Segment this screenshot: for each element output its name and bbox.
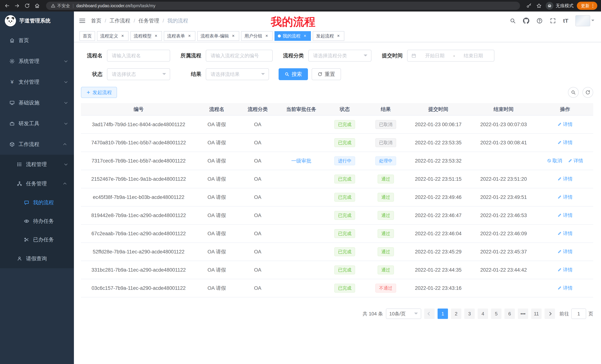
close-icon[interactable]: × xyxy=(120,33,125,38)
sidebar-item-devtools[interactable]: 研发工具 xyxy=(0,113,74,134)
circle-slash-icon xyxy=(547,158,551,163)
detail-action-link[interactable]: 详情 xyxy=(557,285,573,291)
close-icon[interactable]: × xyxy=(231,33,236,38)
cell-end-time xyxy=(470,279,537,297)
chat-bubble-icon xyxy=(24,200,29,205)
detail-action-link[interactable]: 详情 xyxy=(557,267,573,273)
process-name-input[interactable] xyxy=(107,50,170,62)
sidebar-item-todo-tasks[interactable]: 待办任务 xyxy=(0,212,74,230)
search-icon[interactable] xyxy=(510,18,516,24)
sidebar-item-infrastructure[interactable]: 基础设施 xyxy=(0,92,74,113)
address-bar[interactable]: 不安全 | dashboard.yudao.iocoder.cn/bpm/tas… xyxy=(46,2,520,10)
reset-button[interactable]: 重置 xyxy=(312,68,341,80)
view-tab[interactable]: 发起流程 × xyxy=(313,31,344,41)
password-key-icon[interactable] xyxy=(526,2,532,9)
prev-page-button[interactable] xyxy=(424,308,435,319)
goto-page-input[interactable] xyxy=(571,308,586,319)
search-button[interactable]: 搜索 xyxy=(279,68,308,80)
column-header: 提交时间 xyxy=(406,103,470,115)
status-badge: 已完成 xyxy=(334,211,355,220)
sidebar-item-home[interactable]: 首页 xyxy=(0,30,74,51)
show-search-toggle-button[interactable] xyxy=(568,87,579,98)
page-button[interactable]: 5 xyxy=(491,308,501,319)
page-button[interactable]: 1 xyxy=(438,308,448,319)
result-select[interactable]: 请选择流结果 xyxy=(206,68,269,80)
sidebar-item-process-management[interactable]: 流程管理 xyxy=(0,155,74,174)
cell-id: ec45f38f-7b9a-11ec-b03b-acde48001122 xyxy=(81,188,196,206)
cell-category: OA xyxy=(237,224,278,243)
cell-current-task xyxy=(278,243,324,261)
current-task-link[interactable]: 一级审批 xyxy=(291,158,311,164)
breadcrumb-item[interactable]: 任务管理 xyxy=(139,17,168,24)
create-process-button[interactable]: 发起流程 xyxy=(81,87,117,98)
not-secure-warning[interactable]: 不安全 xyxy=(51,3,70,9)
github-icon[interactable] xyxy=(523,18,529,24)
detail-action-link[interactable]: 详情 xyxy=(557,176,573,182)
page-button[interactable]: 2 xyxy=(451,308,461,319)
page-size-select[interactable]: 10条/页 xyxy=(386,308,421,319)
page-button[interactable]: 11 xyxy=(531,308,541,319)
close-icon[interactable]: × xyxy=(264,33,269,38)
view-tab[interactable]: 首页 × xyxy=(80,31,95,41)
url-text: dashboard.yudao.iocoder.cn/bpm/task/my xyxy=(76,3,155,8)
detail-action-link[interactable]: 详情 xyxy=(557,121,573,128)
result-badge: 通过 xyxy=(378,193,394,202)
date-range-picker[interactable]: 开始日期 - 结束日期 xyxy=(407,50,494,62)
table-row: ec45f38f-7b9a-11ec-b03b-acde48001122 OA … xyxy=(81,188,593,206)
font-size-icon[interactable]: tT xyxy=(563,18,568,24)
forward-icon[interactable] xyxy=(14,2,20,9)
detail-action-link[interactable]: 详情 xyxy=(557,249,573,255)
app-logo[interactable]: 芋道管理系统 xyxy=(0,11,74,30)
detail-action-link[interactable]: 详情 xyxy=(557,230,573,237)
sidebar-item-done-tasks[interactable]: 已办任务 xyxy=(0,230,74,249)
breadcrumb-item[interactable]: 工作流程 xyxy=(110,17,139,24)
cell-current-task xyxy=(278,115,324,134)
sidebar-item-system[interactable]: 系统管理 xyxy=(0,51,74,72)
page-button[interactable]: ••• xyxy=(518,308,528,319)
view-tab[interactable]: 用户分组 × xyxy=(241,31,273,41)
back-icon[interactable] xyxy=(4,2,10,9)
home-icon[interactable] xyxy=(34,2,40,9)
reload-icon[interactable] xyxy=(24,2,30,9)
cancel-action-link[interactable]: 取消 xyxy=(547,157,562,164)
breadcrumb-item[interactable]: 首页 xyxy=(91,17,110,24)
detail-action-link[interactable]: 详情 xyxy=(568,157,583,164)
process-category-select[interactable]: 请选择流程分类 xyxy=(308,50,371,62)
sidebar-item-task-management[interactable]: 任务管理 xyxy=(0,174,74,193)
page-buttons: 123456•••11 xyxy=(438,308,541,319)
refresh-table-button[interactable] xyxy=(582,87,593,98)
bookmark-star-icon[interactable] xyxy=(536,2,542,9)
sidebar-item-payment[interactable]: ¥ 支付管理 xyxy=(0,72,74,92)
fullscreen-icon[interactable] xyxy=(550,18,556,24)
status-badge: 已完成 xyxy=(334,284,355,293)
sidebar-item-leave-query[interactable]: 请假查询 xyxy=(0,249,74,268)
page-button[interactable]: 6 xyxy=(504,308,515,319)
close-icon[interactable]: × xyxy=(336,33,341,38)
user-menu[interactable] xyxy=(575,15,594,26)
status-select[interactable]: 请选择状态 xyxy=(107,68,170,80)
view-tab[interactable]: 流程模型 × xyxy=(130,31,162,41)
sidebar-item-workflow[interactable]: 工作流程 xyxy=(0,134,74,155)
process-definition-input[interactable] xyxy=(206,50,273,62)
cell-actions: 详情 xyxy=(537,206,593,224)
detail-action-link[interactable]: 详情 xyxy=(557,139,573,146)
page-button[interactable]: 3 xyxy=(464,308,475,319)
close-icon[interactable]: × xyxy=(302,33,308,38)
view-tab[interactable]: 我的流程 × xyxy=(274,31,311,41)
view-tab[interactable]: 流程表单-编辑 × xyxy=(197,31,239,41)
view-tab[interactable]: 流程表单 × xyxy=(164,31,195,41)
detail-action-link[interactable]: 详情 xyxy=(557,212,573,219)
help-icon[interactable] xyxy=(536,18,543,24)
browser-update-button[interactable]: 更新 xyxy=(577,2,597,10)
sidebar-item-my-process[interactable]: 我的流程 xyxy=(0,193,74,212)
page-button[interactable]: 4 xyxy=(478,308,488,319)
sidebar-toggle-icon[interactable] xyxy=(79,17,86,24)
close-icon[interactable]: × xyxy=(187,33,192,38)
next-page-button[interactable] xyxy=(545,308,555,319)
breadcrumb-item[interactable]: 我的流程 xyxy=(167,17,188,24)
chevron-down-icon xyxy=(64,122,67,125)
detail-action-link[interactable]: 详情 xyxy=(557,194,573,200)
close-icon[interactable]: × xyxy=(153,33,159,38)
flowchart-icon xyxy=(17,181,22,186)
view-tab[interactable]: 流程定义 × xyxy=(97,31,129,41)
